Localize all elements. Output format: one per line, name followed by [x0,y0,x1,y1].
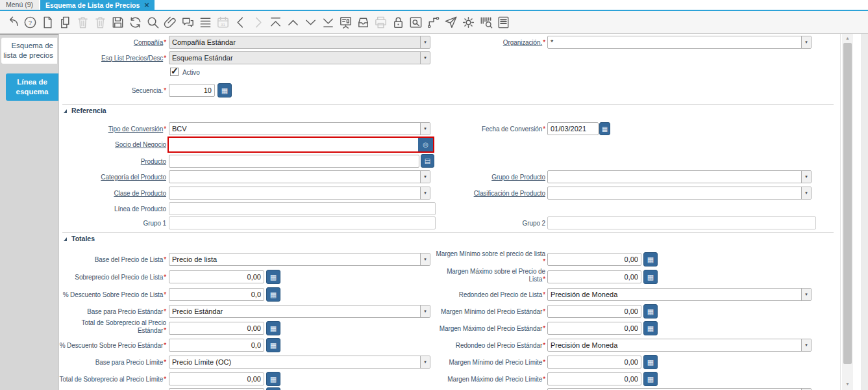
lock-button[interactable] [391,15,406,30]
calculator-button[interactable]: ▦ [266,372,280,386]
calculator-button[interactable]: ▦ [266,287,280,302]
calculator-button[interactable]: ▦ [643,252,658,266]
parent-record-button[interactable] [286,15,301,30]
dropdown-arrow-icon[interactable]: ▾ [420,254,430,265]
dropdown-arrow-icon[interactable]: ▾ [420,123,430,135]
calculator-button[interactable]: ▦ [266,270,280,284]
fecha-conversion-input[interactable]: 01/03/2021 [547,122,599,135]
tab-menu[interactable]: Menú (9) [0,0,39,10]
organizacion-label[interactable]: Organización.* [503,39,545,47]
product-info-button[interactable] [478,15,493,30]
copy-record-button[interactable] [58,15,73,30]
grupo-producto-label[interactable]: Grupo de Producto [491,174,545,181]
dropdown-arrow-icon[interactable]: ▾ [420,187,430,199]
dropdown-arrow-icon[interactable]: ▾ [801,339,811,351]
report-button[interactable] [496,15,511,30]
tipo-conversion-label[interactable]: Tipo de Conversión* [108,125,166,133]
refresh-button[interactable] [128,15,143,30]
margen-max-lista-input[interactable]: 0,00 [547,270,641,283]
grupo-producto-combobox[interactable]: ▾ [547,170,812,183]
last-record-button[interactable] [321,15,336,30]
calculator-button[interactable]: ▦ [643,372,658,386]
redondeo-estandar-combobox[interactable]: Precisión de Moneda ▾ [547,339,812,352]
margen-min-limite-input[interactable]: 0,00 [547,356,641,369]
grid-toggle-button[interactable] [198,15,213,30]
first-record-button[interactable] [268,15,283,30]
dropdown-arrow-icon[interactable]: ▾ [420,356,430,368]
producto-label[interactable]: Producto [141,158,166,166]
calculator-button[interactable]: ▦ [643,304,658,318]
dropdown-arrow-icon[interactable]: ▾ [801,289,811,300]
help-button[interactable]: ? [23,15,38,30]
scroll-down-icon[interactable]: ▼ [842,382,853,386]
workflow-button[interactable] [426,15,441,30]
tipo-conversion-combobox[interactable]: BCV ▾ [169,122,430,135]
activo-checkbox[interactable] [170,68,179,76]
producto-input[interactable] [169,155,419,168]
calculator-button[interactable]: ▦ [643,321,658,335]
calculator-button[interactable]: ▦ [643,270,658,284]
collapse-icon[interactable] [64,109,67,113]
product-search-button[interactable]: ▤ [421,154,434,168]
clase-producto-label[interactable]: Clase de Producto [114,190,166,198]
clasificacion-producto-combobox[interactable]: ▾ [547,187,812,200]
previous-record-button[interactable] [233,15,248,30]
grupo2-input[interactable] [547,216,816,229]
margen-min-estandar-input[interactable]: 0,00 [547,305,641,318]
sobreprecio-limite-input[interactable]: 0,00 [169,372,264,385]
chat-button[interactable] [180,15,195,30]
calculator-button[interactable]: ▦ [266,338,280,352]
detail-record-button[interactable] [303,15,318,30]
scrollbar-thumb[interactable] [843,43,852,364]
margen-max-estandar-input[interactable]: 0,00 [547,322,641,335]
calculator-button[interactable]: ▦ [217,83,232,98]
detail-panel-button[interactable] [338,15,353,30]
scroll-up-icon[interactable]: ▲ [842,36,853,40]
dropdown-arrow-icon[interactable]: ▾ [420,306,430,317]
calculator-button[interactable] [266,387,280,390]
desc-lista-input[interactable]: 0,0 [169,288,264,301]
esq-list-label[interactable]: Esq List Precios/Desc* [101,55,166,62]
preferences-button[interactable] [461,15,476,30]
base-limite-combobox[interactable]: Precio Límite (OC) ▾ [169,356,430,369]
zoom-across-button[interactable] [408,15,423,30]
categoria-producto-combobox[interactable]: ▾ [169,170,430,183]
secuencia-input[interactable]: 10 [169,84,215,97]
categoria-producto-label[interactable]: Categoría del Producto [101,174,166,181]
dropdown-arrow-icon[interactable]: ▾ [801,187,811,199]
margen-max-limite-input[interactable]: 0,00 [547,372,641,385]
calendar-button[interactable]: ▦ [599,122,610,135]
record-info-button[interactable]: ◎ [418,138,433,151]
attachment-button[interactable] [163,15,178,30]
clase-producto-combobox[interactable]: ▾ [169,187,430,200]
collapse-icon[interactable] [64,237,67,241]
save-button[interactable] [110,15,125,30]
linea-producto-input[interactable] [169,202,436,215]
find-button[interactable] [145,15,160,30]
margen-min-lista-input[interactable]: 0,00 [547,253,641,266]
grupo1-input[interactable] [169,216,436,229]
calculator-button[interactable]: ▦ [643,355,658,369]
sidebar-tab-linea-esquema[interactable]: Línea de esquema [6,73,58,101]
socio-negocio-label[interactable]: Socio del Negocio [115,141,166,149]
dropdown-arrow-icon[interactable]: ▾ [801,36,811,48]
send-mail-button[interactable] [443,15,458,30]
tab-esquema-lista-precios[interactable]: Esquema de Lista de Precios × [40,0,155,10]
calculator-button[interactable]: ▦ [266,321,280,335]
sobreprecio-lista-input[interactable]: 0,00 [169,270,264,283]
base-precio-lista-combobox[interactable]: Precio de lista ▾ [169,253,430,266]
dropdown-arrow-icon[interactable]: ▾ [801,171,811,183]
archive-button[interactable] [356,15,371,30]
socio-negocio-input[interactable] [169,138,418,151]
new-record-button[interactable] [40,15,55,30]
compania-label[interactable]: Compañía* [134,39,166,47]
dropdown-arrow-icon[interactable]: ▾ [420,171,430,183]
redondeo-lista-combobox[interactable]: Precisión de Moneda ▾ [547,288,812,301]
undo-button[interactable] [5,15,20,30]
clasificacion-producto-label[interactable]: Clasificación de Producto [474,190,545,198]
sidebar-tab-esquema-lista-precios[interactable]: Esquema de lista de precios [1,38,57,64]
base-estandar-combobox[interactable]: Precio Estándar ▾ [169,305,430,318]
desc-estandar-input[interactable]: 0,0 [169,339,264,352]
organizacion-combobox[interactable]: * ▾ [547,36,812,49]
close-icon[interactable]: × [144,1,149,8]
